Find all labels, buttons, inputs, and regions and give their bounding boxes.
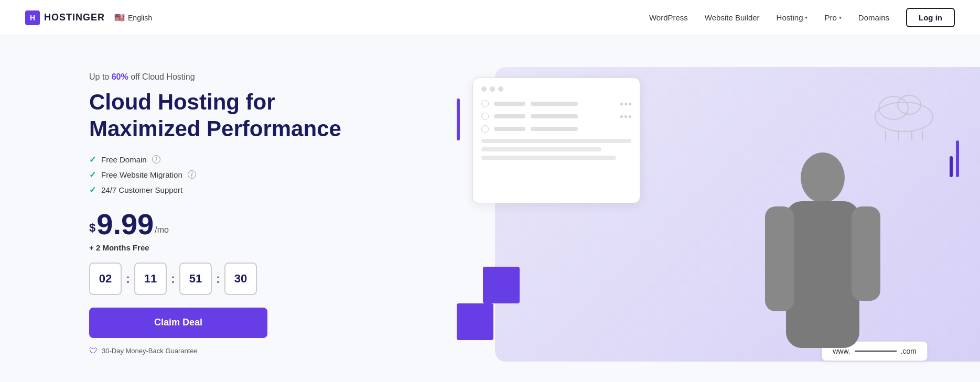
row-circle xyxy=(481,113,489,120)
svg-point-7 xyxy=(801,152,845,203)
list-item: ✓ Free Website Migration i xyxy=(89,170,341,180)
browser-content-lines xyxy=(481,139,631,160)
price-per: /mo xyxy=(155,225,169,235)
checkmark-icon: ✓ xyxy=(89,155,96,165)
info-icon[interactable]: i xyxy=(188,170,196,179)
navbar-right: WordPress Website Builder Hosting ▾ Pro … xyxy=(649,8,955,27)
price-display: $ 9.99 /mo xyxy=(89,210,341,239)
person-illustration xyxy=(744,46,901,382)
login-button[interactable]: Log in xyxy=(906,8,955,27)
row-line xyxy=(494,102,525,106)
language-label: English xyxy=(128,14,152,22)
logo[interactable]: H HOSTINGER xyxy=(25,10,105,25)
person-svg xyxy=(760,141,886,382)
row-line xyxy=(494,127,525,131)
nav-wordpress[interactable]: WordPress xyxy=(649,13,688,22)
row-circle xyxy=(481,100,489,107)
countdown-minutes: 11 xyxy=(134,263,167,295)
hero-title: Cloud Hosting for Maximized Performance xyxy=(89,89,341,142)
hero-illustration: www. .com xyxy=(441,36,980,382)
purple-square-1 xyxy=(457,303,493,340)
row-dots xyxy=(620,115,631,118)
content-line xyxy=(481,139,631,143)
hero-subtitle: Up to 60% off Cloud Hosting xyxy=(89,72,341,82)
content-line xyxy=(481,156,616,160)
row-line xyxy=(531,114,578,118)
centiseconds-box: 30 xyxy=(224,263,257,295)
shield-icon: 🛡 xyxy=(89,346,98,356)
svg-rect-9 xyxy=(765,206,794,311)
row-circle xyxy=(481,125,489,133)
dot xyxy=(620,103,623,105)
svg-rect-10 xyxy=(852,206,880,301)
browser-dot xyxy=(490,86,495,92)
browser-mockup xyxy=(472,78,640,203)
browser-row xyxy=(481,125,631,133)
logo-text: HOSTINGER xyxy=(44,12,105,23)
hero-section: Up to 60% off Cloud Hosting Cloud Hostin… xyxy=(0,36,980,382)
nav-pro[interactable]: Pro ▾ xyxy=(824,13,841,22)
countdown-timer: 02 : 11 : 51 : 30 xyxy=(89,263,341,295)
browser-dot xyxy=(498,86,503,92)
countdown-centiseconds: 30 xyxy=(224,263,257,295)
row-line xyxy=(531,102,578,106)
claim-deal-button[interactable]: Claim Deal xyxy=(89,308,267,338)
dot xyxy=(629,103,631,105)
dot xyxy=(624,103,627,105)
navbar: H HOSTINGER 🇺🇸 English WordPress Website… xyxy=(0,0,980,36)
countdown-separator: : xyxy=(126,271,130,286)
seconds-box: 51 xyxy=(179,263,212,295)
countdown-hours: 02 xyxy=(89,263,122,295)
chevron-down-icon: ▾ xyxy=(839,15,842,20)
browser-dot xyxy=(481,86,487,92)
list-item: ✓ Free Domain i xyxy=(89,155,341,165)
price-block: $ 9.99 /mo xyxy=(89,210,341,239)
nav-hosting[interactable]: Hosting ▾ xyxy=(777,13,808,22)
dot xyxy=(629,115,631,118)
list-item: ✓ 24/7 Customer Support xyxy=(89,185,341,195)
hero-content: Up to 60% off Cloud Hosting Cloud Hostin… xyxy=(89,72,341,356)
nav-website-builder[interactable]: Website Builder xyxy=(705,13,760,22)
countdown-separator: : xyxy=(171,271,175,286)
logo-icon: H xyxy=(25,10,40,25)
checkmark-icon: ✓ xyxy=(89,185,96,195)
guarantee-text: 🛡 30-Day Money-Back Guarantee xyxy=(89,346,341,356)
countdown-seconds: 51 xyxy=(179,263,212,295)
checkmark-icon: ✓ xyxy=(89,170,96,180)
chevron-down-icon: ▾ xyxy=(805,15,807,20)
minutes-box: 11 xyxy=(134,263,167,295)
flag-icon: 🇺🇸 xyxy=(114,13,125,23)
navbar-left: H HOSTINGER 🇺🇸 English xyxy=(25,10,152,25)
browser-row xyxy=(481,113,631,120)
countdown-separator: : xyxy=(216,271,220,286)
dot xyxy=(624,115,627,118)
price-number: 9.99 xyxy=(96,210,154,239)
hours-box: 02 xyxy=(89,263,122,295)
info-icon[interactable]: i xyxy=(152,155,160,163)
nav-domains[interactable]: Domains xyxy=(858,13,889,22)
content-line xyxy=(481,147,601,151)
svg-rect-8 xyxy=(786,201,859,348)
dot xyxy=(620,115,623,118)
row-line xyxy=(531,127,578,131)
accent-bar-left xyxy=(457,99,460,140)
row-line xyxy=(494,114,525,118)
months-free: + 2 Months Free xyxy=(89,243,341,252)
browser-dots xyxy=(481,86,631,92)
row-dots xyxy=(620,103,631,105)
accent-bar-right xyxy=(956,140,959,177)
features-list: ✓ Free Domain i ✓ Free Website Migration… xyxy=(89,155,341,195)
url-com: .com xyxy=(901,347,917,355)
accent-bar-right-2 xyxy=(950,156,953,177)
price-dollar: $ xyxy=(89,221,95,235)
browser-row xyxy=(481,100,631,107)
purple-square-2 xyxy=(483,267,520,303)
language-selector[interactable]: 🇺🇸 English xyxy=(114,13,152,23)
browser-rows xyxy=(481,100,631,133)
